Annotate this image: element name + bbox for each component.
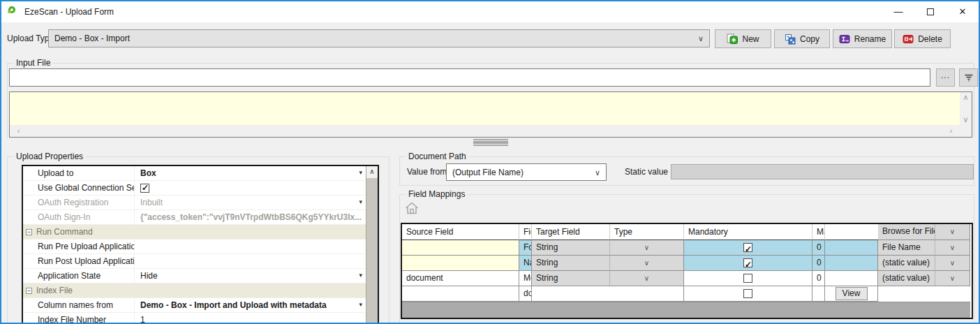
minimize-button[interactable]: — <box>882 1 914 22</box>
max-length-cell[interactable]: 0 <box>812 256 825 271</box>
type-dropdown[interactable]: String <box>532 271 610 286</box>
mandatory-cell[interactable] <box>684 256 812 271</box>
field-value-cell[interactable] <box>402 240 519 256</box>
value-from-combobox[interactable]: (Output File Name) ∨ <box>446 163 607 181</box>
mandatory-checkbox[interactable] <box>743 289 752 298</box>
max-length-cell[interactable]: 0 <box>812 271 825 286</box>
close-button[interactable]: ✕ <box>946 1 979 22</box>
new-button[interactable]: New <box>715 29 771 48</box>
collapse-minus-icon[interactable]: − <box>26 229 32 235</box>
notes-horizontal-scrollbar[interactable]: ‹ › <box>10 125 960 137</box>
field-mappings-table: Source Field Field Value Target Field Ty… <box>401 223 973 319</box>
dropdown-arrow-icon[interactable]: ▾ <box>359 301 362 308</box>
property-row-pre-upload[interactable]: Run Pre Upload Application <box>23 240 366 254</box>
scroll-right-icon[interactable]: › <box>945 126 957 136</box>
notes-vertical-scrollbar[interactable]: ∧ ∨ <box>960 92 972 125</box>
source-field-dropdown[interactable]: (static value) <box>878 271 935 286</box>
scroll-left-icon[interactable]: ‹ <box>13 126 24 136</box>
chevron-down-icon[interactable]: ∨ <box>610 240 684 256</box>
source-field-dropdown[interactable]: (static value) <box>878 256 935 271</box>
upload-properties-group: Upload Properties Upload to Box ▾ Use Gl… <box>7 156 389 324</box>
field-value-cell[interactable] <box>402 256 519 271</box>
target-field-cell[interactable]: Metadata Type <box>519 271 532 286</box>
dropdown-arrow-icon[interactable]: ▾ <box>359 272 362 279</box>
upload-type-combobox[interactable]: Demo - Box - Import ∨ <box>48 29 710 47</box>
property-label: Upload to <box>23 166 135 180</box>
notes-area[interactable]: ∧ ∨ ‹ › <box>9 91 972 138</box>
mandatory-cell[interactable] <box>684 286 812 302</box>
max-length-cell[interactable] <box>812 286 825 302</box>
property-row-oauth-signin[interactable]: OAuth Sign-In {"access_token":"vvjT9nVTr… <box>23 210 366 225</box>
delete-icon <box>903 34 914 45</box>
property-row-oauth-registration[interactable]: OAuth Registration Inbuilt ▾ <box>23 196 366 210</box>
copy-button[interactable]: Copy <box>774 29 830 48</box>
mandatory-checkbox[interactable] <box>743 274 752 283</box>
input-file-path-field[interactable] <box>9 68 930 87</box>
rename-icon <box>839 34 850 45</box>
mandatory-checkbox[interactable] <box>743 258 752 267</box>
property-row-application-state[interactable]: Application State Hide ▾ <box>23 269 366 284</box>
global-settings-checkbox[interactable] <box>140 184 149 193</box>
action-cell <box>825 271 878 286</box>
home-icon[interactable] <box>404 200 420 218</box>
scroll-up-icon[interactable]: ∧ <box>366 166 378 178</box>
type-cell[interactable] <box>532 286 684 302</box>
header-target-field: Target Field <box>532 224 610 240</box>
dropdown-arrow-icon[interactable]: ▾ <box>359 169 362 176</box>
header-max-length: Max. Length <box>812 224 825 240</box>
property-grid-scrollbar[interactable]: ∧ <box>366 166 378 324</box>
target-field-cell[interactable]: document <box>519 286 532 302</box>
notes-text-area[interactable] <box>10 92 960 125</box>
property-label: Use Global Connection Settings <box>23 181 135 195</box>
source-field-dropdown[interactable]: Browse for File Folder <box>878 224 935 240</box>
new-icon <box>727 34 738 45</box>
mandatory-cell[interactable] <box>684 271 812 286</box>
chevron-down-icon[interactable]: ∨ <box>935 256 970 271</box>
scroll-up-icon[interactable]: ∧ <box>960 92 972 103</box>
type-dropdown[interactable]: String <box>532 240 610 256</box>
chevron-down-icon[interactable]: ∨ <box>935 240 970 256</box>
property-group-label: Index File <box>36 286 73 295</box>
field-value-cell[interactable] <box>402 286 519 302</box>
chevron-down-icon[interactable]: ∨ <box>935 271 970 286</box>
property-row-post-upload[interactable]: Run Post Upload Application <box>23 254 366 269</box>
input-file-group: Input File ... ∧ ∨ ‹ › <box>7 63 974 138</box>
chevron-down-icon[interactable]: ∨ <box>610 256 684 271</box>
table-empty-area <box>402 302 970 318</box>
browse-button[interactable]: ... <box>936 68 955 87</box>
header-type: Type <box>610 224 684 240</box>
field-value-cell[interactable]: document <box>402 271 519 286</box>
property-row-upload-to[interactable]: Upload to Box ▾ <box>23 166 366 181</box>
property-row-index-file-number[interactable]: Index File Number 1 <box>23 313 366 324</box>
chevron-down-icon[interactable]: ∨ <box>610 271 684 286</box>
header-actions <box>825 224 878 240</box>
filter-button[interactable] <box>959 68 978 87</box>
max-length-cell[interactable]: 0 <box>812 240 825 256</box>
target-field-cell[interactable]: Name <box>519 256 532 271</box>
property-group-label: Run Command <box>36 227 93 237</box>
maximize-button[interactable] <box>914 1 946 22</box>
property-group-index-file[interactable]: − Index File <box>23 284 366 298</box>
chevron-down-icon[interactable]: ∨ <box>935 224 970 240</box>
property-row-global-settings[interactable]: Use Global Connection Settings <box>23 181 366 196</box>
splitter-handle[interactable] <box>473 139 508 146</box>
type-dropdown[interactable]: String <box>532 256 610 271</box>
header-mandatory: Mandatory <box>684 224 812 240</box>
property-value: 1 <box>140 315 145 324</box>
mandatory-cell[interactable] <box>684 240 812 256</box>
property-group-run-command[interactable]: − Run Command <box>23 225 366 240</box>
mandatory-checkbox[interactable] <box>743 243 752 252</box>
app-window: EzeScan - Upload Form — ✕ Upload Type De… <box>0 0 980 324</box>
delete-button[interactable]: Delete <box>894 29 951 48</box>
property-row-column-names[interactable]: Column names from Demo - Box - Import an… <box>23 298 366 313</box>
property-label: Application State <box>23 269 135 283</box>
collapse-minus-icon[interactable]: − <box>26 288 32 294</box>
scroll-down-icon[interactable]: ∨ <box>960 115 972 125</box>
property-label: OAuth Sign-In <box>23 210 135 224</box>
view-button[interactable]: View <box>836 287 868 300</box>
source-field-dropdown[interactable]: File Name <box>878 240 935 256</box>
static-value-field <box>671 164 974 179</box>
close-icon: ✕ <box>959 6 967 17</box>
target-field-cell[interactable]: Folder <box>519 240 532 256</box>
rename-button[interactable]: Rename <box>833 29 892 48</box>
